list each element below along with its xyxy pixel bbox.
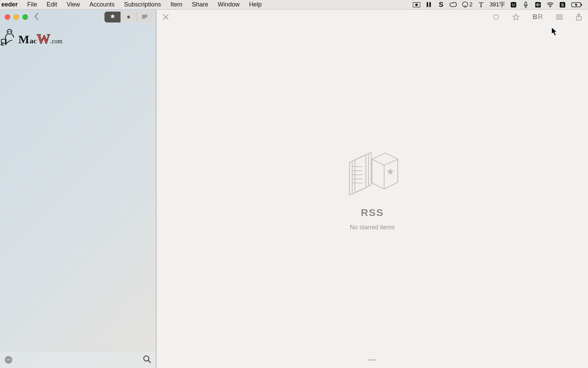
sidebar-toolbar	[0, 10, 156, 24]
svg-text:中: 中	[536, 2, 540, 7]
filter-segmented-control	[104, 12, 152, 22]
menu-item[interactable]: Item	[166, 1, 187, 8]
list-icon	[142, 14, 147, 20]
wifi-icon[interactable]	[546, 1, 554, 9]
rss-empty-icon	[343, 147, 401, 199]
empty-state: RSS No starred items	[157, 10, 588, 368]
macw-text: M ac W .com	[18, 31, 62, 47]
s-square-icon[interactable]: S	[559, 1, 566, 9]
menubar-left: eeder File Edit View Accounts Subscripti…	[0, 1, 266, 8]
bottom-drag-handle[interactable]	[368, 359, 377, 361]
macw-logo-icon	[0, 28, 17, 47]
menu-help[interactable]: Help	[244, 1, 266, 8]
clock-smiley-icon[interactable]	[510, 1, 517, 9]
watermark-w: W	[37, 31, 50, 47]
mouse-cursor-icon	[551, 27, 558, 36]
empty-title: RSS	[361, 207, 384, 218]
sidebar-footer	[0, 351, 156, 368]
back-button[interactable]	[34, 13, 39, 21]
menu-file[interactable]: File	[22, 1, 42, 8]
svg-point-2	[462, 2, 468, 7]
filter-unread[interactable]	[120, 12, 136, 22]
filter-starred[interactable]	[104, 12, 120, 22]
svg-point-5	[514, 3, 515, 4]
svg-point-16	[8, 31, 9, 32]
microphone-icon[interactable]	[522, 1, 529, 9]
menu-window[interactable]: Window	[213, 1, 244, 8]
svg-point-14	[127, 15, 130, 18]
chat-count: 2	[469, 1, 472, 8]
watermark-m: M	[18, 33, 30, 46]
svg-point-4	[512, 3, 513, 4]
svg-rect-3	[511, 2, 516, 7]
minimize-window-button[interactable]	[14, 14, 19, 20]
star-filled-icon	[110, 14, 115, 20]
app-menu[interactable]: eeder	[0, 1, 22, 8]
sidebar: M ac W .com	[0, 10, 156, 353]
creative-cloud-icon[interactable]	[450, 1, 457, 9]
word-count[interactable]: 391字	[490, 1, 505, 9]
s-app-icon[interactable]: S	[437, 1, 445, 9]
menu-edit[interactable]: Edit	[42, 1, 62, 8]
empty-subtitle: No starred items	[350, 224, 395, 231]
dot-icon	[127, 14, 130, 20]
remove-button[interactable]	[5, 356, 12, 364]
svg-point-17	[10, 31, 11, 32]
svg-point-9	[550, 6, 551, 7]
chat-icon[interactable]: 2	[462, 1, 472, 9]
svg-point-15	[7, 29, 12, 34]
text-tool-icon[interactable]: T	[477, 1, 485, 9]
close-window-button[interactable]	[5, 14, 10, 20]
sidebar-body: M ac W .com	[0, 24, 156, 353]
screen-record-icon[interactable]	[413, 1, 420, 9]
bookmark-icon[interactable]	[425, 1, 432, 9]
zoom-window-button[interactable]	[22, 14, 28, 20]
menu-accounts[interactable]: Accounts	[85, 1, 119, 8]
macw-watermark: M ac W .com	[0, 28, 62, 47]
window-controls	[3, 14, 28, 20]
menu-view[interactable]: View	[62, 1, 85, 8]
battery-icon[interactable]	[571, 1, 583, 9]
svg-rect-6	[525, 2, 526, 5]
menubar-status: S 2 T 391字 中 S	[413, 1, 585, 9]
menu-share[interactable]: Share	[187, 1, 213, 8]
menubar: eeder File Edit View Accounts Subscripti…	[0, 0, 588, 10]
content-pane: BR	[156, 10, 588, 368]
search-button[interactable]	[143, 355, 151, 365]
svg-rect-13	[581, 4, 582, 5]
menu-subscriptions[interactable]: Subscriptions	[119, 1, 166, 8]
input-source-icon[interactable]: 中	[534, 1, 542, 9]
app-window: M ac W .com	[0, 10, 588, 368]
watermark-com: .com	[50, 38, 63, 45]
watermark-ac: ac	[30, 36, 37, 45]
svg-text:S: S	[561, 2, 564, 7]
filter-all[interactable]	[136, 12, 152, 22]
svg-point-1	[415, 3, 418, 6]
